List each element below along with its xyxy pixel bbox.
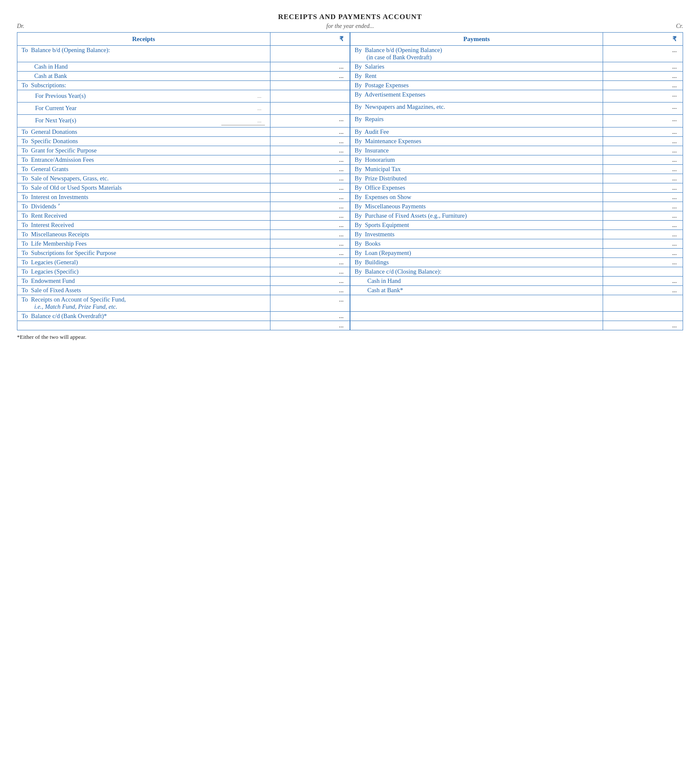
payment-cell: By Postage Expenses [350, 81, 603, 90]
table-row: Cash in Hand...By Salaries... [17, 62, 683, 72]
receipt-cell: To Receipts on Account of Specific Fund,… [17, 295, 270, 312]
receipt-amount [270, 90, 350, 102]
payment-cell: By Books [350, 239, 603, 249]
payment-amount: ... [603, 239, 683, 249]
payment-cell: By Office Expenses [350, 183, 603, 193]
receipt-amount: ... [270, 193, 350, 202]
payment-amount: ... [603, 102, 683, 115]
page-title: RECEIPTS AND PAYMENTS ACCOUNT [17, 13, 683, 21]
receipt-amount: ... [270, 277, 350, 286]
receipt-cell: To Specific Donations [17, 137, 270, 146]
receipt-cell: For Current Year... [17, 102, 270, 115]
payment-cell: By Repairs [350, 115, 603, 127]
dr-label: Dr. [17, 23, 25, 30]
table-row: To Balance c/d (Bank Overdraft)*... [17, 312, 683, 321]
payment-cell [350, 312, 603, 321]
r-amount-header: ₹ [270, 33, 350, 46]
receipt-cell: To Grant for Specific Purpose [17, 146, 270, 155]
receipt-cell: To Life Membership Fees [17, 239, 270, 249]
receipt-cell: To Subscriptions for Specific Purpose [17, 249, 270, 258]
receipt-cell: For Next Year(s)... [17, 115, 270, 127]
table-row: To Interest on Investments...By Expenses… [17, 193, 683, 202]
receipt-amount: ... [270, 267, 350, 277]
table-row: For Next Year(s)......By Repairs... [17, 115, 683, 127]
receipt-amount: ... [270, 312, 350, 321]
p-amount-header: ₹ [603, 33, 683, 46]
receipt-cell: To Rent Received [17, 211, 270, 221]
payment-amount: ... [603, 202, 683, 211]
payment-amount: ... [603, 90, 683, 102]
table-row: To Interest Received...By Sports Equipme… [17, 221, 683, 230]
payment-amount: ... [603, 62, 683, 72]
payment-amount: ... [603, 183, 683, 193]
receipt-cell: To Sale of Newspapers, Grass, etc. [17, 174, 270, 183]
receipt-amount [270, 46, 350, 62]
payment-cell: By Insurance [350, 146, 603, 155]
payment-cell: By Honorarium [350, 155, 603, 165]
table-row: To Subscriptions:By Postage Expenses... [17, 81, 683, 90]
table-row: To Endowment Fund...Cash in Hand... [17, 277, 683, 286]
payment-cell: Cash at Bank* [350, 286, 603, 295]
receipt-cell: To Balance b/d (Opening Balance): [17, 46, 270, 62]
cr-label: Cr. [676, 23, 683, 30]
receipt-amount: ... [270, 221, 350, 230]
table-row: To Entrance/Admission Fees...By Honorari… [17, 155, 683, 165]
payment-cell: By Prize Distributed [350, 174, 603, 183]
subtitle-center: for the year ended... [25, 23, 676, 30]
table-row: To Sale of Old or Used Sports Materials.… [17, 183, 683, 193]
payment-cell: By Municipal Tax [350, 165, 603, 174]
table-row: To Life Membership Fees...By Books... [17, 239, 683, 249]
receipt-amount: ... [270, 127, 350, 137]
table-row: Cash at Bank...By Rent... [17, 72, 683, 81]
table-row: To Legacies (General)...By Buildings... [17, 258, 683, 267]
payment-amount: ... [603, 146, 683, 155]
payment-amount: ... [603, 127, 683, 137]
receipt-cell: To Miscellaneous Receipts [17, 230, 270, 239]
receipt-amount: ... [270, 183, 350, 193]
table-row: To Balance b/d (Opening Balance):By Bala… [17, 46, 683, 62]
table-row: For Previous Year(s)...By Advertisement … [17, 90, 683, 102]
table-row: To Sale of Newspapers, Grass, etc....By … [17, 174, 683, 183]
payment-amount: ... [603, 277, 683, 286]
payment-amount: ... [603, 258, 683, 267]
payment-amount [603, 312, 683, 321]
receipt-cell: For Previous Year(s)... [17, 90, 270, 102]
receipt-amount: ... [270, 72, 350, 81]
payment-cell: By Balance c/d (Closing Balance): [350, 267, 603, 277]
footnote: *Either of the two will appear. [17, 334, 683, 340]
receipt-cell: To General Donations [17, 127, 270, 137]
payment-amount: ... [603, 155, 683, 165]
receipt-cell: To Legacies (Specific) [17, 267, 270, 277]
receipt-amount: ... [270, 258, 350, 267]
payment-amount: ... [603, 165, 683, 174]
table-row: To Receipts on Account of Specific Fund,… [17, 295, 683, 312]
receipt-amount: ... [270, 249, 350, 258]
payment-amount: ... [603, 249, 683, 258]
payment-cell: By Salaries [350, 62, 603, 72]
payment-cell: By Sports Equipment [350, 221, 603, 230]
payment-cell: By Newspapers and Magazines, etc. [350, 102, 603, 115]
receipt-amount: ... [270, 174, 350, 183]
table-row: ...... [17, 321, 683, 330]
payment-cell: By Balance b/d (Opening Balance)(in case… [350, 46, 603, 62]
payment-amount: ... [603, 286, 683, 295]
receipt-amount: ... [270, 62, 350, 72]
receipt-cell: To Sale of Old or Used Sports Materials [17, 183, 270, 193]
receipt-cell: To General Grants [17, 165, 270, 174]
table-row: To General Grants...By Municipal Tax... [17, 165, 683, 174]
receipt-cell: To Entrance/Admission Fees [17, 155, 270, 165]
receipt-amount: ... [270, 202, 350, 211]
receipt-cell: To Dividends ʼ [17, 202, 270, 211]
payment-amount: ... [603, 137, 683, 146]
payment-amount: ... [603, 115, 683, 127]
table-row: To Grant for Specific Purpose...By Insur… [17, 146, 683, 155]
table-row: To Rent Received...By Purchase of Fixed … [17, 211, 683, 221]
receipt-amount: ... [270, 286, 350, 295]
receipt-amount: ... [270, 155, 350, 165]
payment-cell: Cash in Hand [350, 277, 603, 286]
payment-cell [350, 295, 603, 312]
payment-cell: By Audit Fee [350, 127, 603, 137]
receipt-amount: ... [270, 295, 350, 312]
receipt-amount: ... [270, 115, 350, 127]
payment-cell: By Expenses on Show [350, 193, 603, 202]
